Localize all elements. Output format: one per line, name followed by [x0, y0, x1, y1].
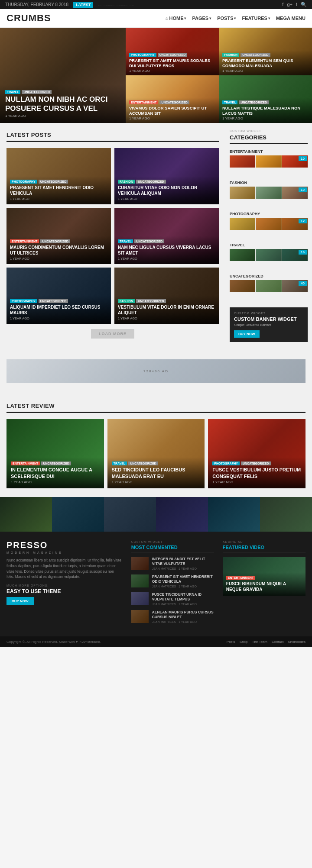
- footer-link-posts[interactable]: Posts: [227, 640, 235, 644]
- footer-tagline: MODERN MAGAZINE: [6, 551, 123, 554]
- tag-uncategorized[interactable]: UNCATEGORIZED: [240, 53, 270, 57]
- tag-entertainment[interactable]: ENTERTAINMENT: [11, 461, 40, 465]
- site-logo[interactable]: CRUMBS: [6, 13, 51, 24]
- tag-fashion[interactable]: FASHION: [118, 299, 135, 303]
- tag-entertainment[interactable]: ENTERTAINMENT: [10, 239, 39, 243]
- categories-title: CATEGORIES: [230, 134, 308, 144]
- tag-uncategorized[interactable]: UNCATEGORIZED: [39, 299, 68, 303]
- category-name-travel[interactable]: TRAVEL: [230, 243, 308, 247]
- tag-uncategorized[interactable]: UNCATEGORIZED: [41, 461, 71, 465]
- footer-buy-button[interactable]: BUY NOW: [6, 597, 34, 605]
- tag-uncategorized[interactable]: UNCATEGORIZED: [158, 53, 188, 57]
- tag-uncategorized[interactable]: UNCATEGORIZED: [136, 299, 166, 303]
- footer-link-contact[interactable]: Contact: [272, 640, 284, 644]
- categories-widget-label: CUSTOM WIDGET: [230, 129, 308, 132]
- facebook-icon[interactable]: f: [282, 2, 283, 7]
- post-card-2[interactable]: ENTERTAINMENT UNCATEGORIZED MAURIS CONDI…: [6, 208, 111, 264]
- cat-thumb-ent-2: [256, 155, 281, 168]
- tag-travel[interactable]: TRAVEL: [5, 90, 20, 94]
- twitter-icon[interactable]: t: [296, 2, 297, 7]
- tag-uncategorized[interactable]: UNCATEGORIZED: [136, 180, 166, 184]
- hero-main-time: 1 YEAR AGO: [5, 114, 120, 118]
- category-thumb-photography[interactable]: 12: [230, 218, 308, 239]
- footer-link-team[interactable]: The Team: [252, 640, 267, 644]
- tag-photography[interactable]: PHOTOGRAPHY: [10, 180, 37, 184]
- tag-fashion[interactable]: FASHION: [118, 180, 135, 184]
- tag-photography[interactable]: PHOTOGRAPHY: [212, 461, 240, 465]
- review-card-1[interactable]: TRAVEL UNCATEGORIZED SED TINCIDUNT LEO F…: [107, 419, 205, 488]
- review-card-0[interactable]: ENTERTAINMENT UNCATEGORIZED IN ELEMENTUM…: [6, 419, 104, 488]
- strip-thumb-2[interactable]: [104, 497, 156, 532]
- tag-uncategorized[interactable]: UNCATEGORIZED: [39, 180, 68, 184]
- banner-buy-now-button[interactable]: BUY NOW: [234, 330, 260, 338]
- tag-uncategorized[interactable]: UNCATEGORIZED: [241, 461, 271, 465]
- review-card-2[interactable]: PHOTOGRAPHY UNCATEGORIZED FUSCE VESTIBUL…: [208, 419, 306, 488]
- nav-mega-menu[interactable]: MEGA MENU: [276, 16, 306, 21]
- footer-links: Posts Shop The Team Contact Shortcodes: [227, 640, 306, 644]
- cat-thumb-photo-2: [256, 218, 281, 230]
- strip-thumb-1[interactable]: [52, 497, 104, 532]
- post-card-3[interactable]: TRAVEL UNCATEGORIZED NAM NEC LIGULA CURS…: [114, 208, 219, 264]
- tag-uncategorized[interactable]: UNCATEGORIZED: [40, 239, 70, 243]
- footer-post-0[interactable]: INTEGER BLANDIT EST VELIT VITAE VULPUTAT…: [131, 557, 214, 570]
- post-card-0[interactable]: PHOTOGRAPHY UNCATEGORIZED PRAESENT SIT A…: [6, 148, 111, 204]
- tag-uncategorized[interactable]: UNCATEGORIZED: [22, 90, 52, 94]
- tag-uncategorized[interactable]: UNCATEGORIZED: [239, 100, 269, 104]
- strip-thumb-5[interactable]: [260, 497, 312, 532]
- nav-features[interactable]: FEATURES ▾: [242, 16, 270, 21]
- tag-travel[interactable]: TRAVEL: [118, 239, 133, 243]
- category-thumb-fashion[interactable]: 10: [230, 187, 308, 207]
- hero-thumb-0[interactable]: PHOTOGRAPHY UNCATEGORIZED PRAESENT SIT A…: [126, 28, 219, 75]
- post-card-4[interactable]: PHOTOGRAPHY UNCATEGORIZED ALIQUAM ID IMP…: [6, 268, 111, 324]
- nav-posts[interactable]: POSTS ▾: [217, 16, 236, 21]
- featured-video-thumb[interactable]: ENTERTAINMENT FUSCE BIBENDUM NEQUE A NEQ…: [223, 557, 306, 596]
- search-icon[interactable]: 🔍: [301, 2, 307, 7]
- tag-travel[interactable]: TRAVEL: [222, 100, 237, 104]
- hero-thumb-2[interactable]: ENTERTAINMENT UNCATEGORIZED VIVAMUS DOLO…: [126, 75, 219, 123]
- tag-photography[interactable]: PHOTOGRAPHY: [10, 299, 37, 303]
- category-name-fashion[interactable]: FASHION: [230, 181, 308, 185]
- tag-fashion[interactable]: FASHION: [222, 53, 239, 57]
- footer-link-shortcodes[interactable]: Shortcodes: [288, 640, 306, 644]
- hero-thumb-3[interactable]: TRAVEL UNCATEGORIZED NULLAM TRISTIQUE MA…: [219, 75, 312, 123]
- latest-tag: LATEST: [73, 2, 93, 8]
- category-thumb-entertainment[interactable]: 10: [230, 155, 308, 176]
- tag-photography[interactable]: PHOTOGRAPHY: [129, 53, 156, 57]
- review-grid: ENTERTAINMENT UNCATEGORIZED IN ELEMENTUM…: [6, 419, 306, 488]
- googleplus-icon[interactable]: g+: [287, 2, 292, 7]
- post-card-1[interactable]: FASHION UNCATEGORIZED CURABITUR VITAE OD…: [114, 148, 219, 204]
- category-name-entertainment[interactable]: ENTERTAINMENT: [230, 149, 308, 154]
- footer-post-2[interactable]: FUSCE TINCIDUNT URNA ID VULPUTATE TEMPUS…: [131, 592, 214, 606]
- category-name-uncategorized[interactable]: UNCATEGORIZED: [230, 274, 308, 278]
- category-name-photography[interactable]: PHOTOGRAPHY: [230, 212, 308, 216]
- footer-post-3[interactable]: AENEAN MAURIS PURUS CURSUS CURSUS NIBLET…: [131, 610, 214, 623]
- footer-post-0-title: INTEGER BLANDIT EST VELIT VITAE VULPUTAT…: [152, 557, 214, 566]
- strip-thumb-0[interactable]: [0, 497, 52, 532]
- chevron-down-icon: ▾: [268, 16, 270, 20]
- category-thumb-travel[interactable]: 16: [230, 249, 308, 270]
- post-card-5[interactable]: FASHION UNCATEGORIZED VESTIBULUM VITAE D…: [114, 268, 219, 324]
- tag-travel[interactable]: TRAVEL: [112, 461, 127, 465]
- hero-thumb-0-title: PRAESENT SIT AMET MAURIS SODALES DUI VUL…: [129, 58, 215, 68]
- footer-link-shop[interactable]: Shop: [240, 640, 248, 644]
- load-more-button[interactable]: LOAD MORE: [91, 329, 134, 339]
- tag-entertainment[interactable]: ENTERTAINMENT: [129, 100, 158, 104]
- hero-thumb-2-time: 1 YEAR AGO: [129, 116, 215, 120]
- footer-post-3-meta: JEAN MATRICES 1 YEAR AGO: [152, 620, 214, 623]
- nav-pages[interactable]: PAGES ▾: [192, 16, 211, 21]
- hero-main-post[interactable]: TRAVEL UNCATEGORIZED NULLAM NON NIBH AC …: [0, 28, 126, 123]
- strip-thumb-4[interactable]: [208, 497, 260, 532]
- main-content: LATEST POSTS PHOTOGRAPHY UNCATEGORIZED P…: [0, 123, 225, 348]
- tag-uncategorized[interactable]: UNCATEGORIZED: [128, 461, 158, 465]
- review-1-time: 1 YEAR AGO: [112, 480, 201, 484]
- footer-post-1-meta: JEAN MATRICES 1 YEAR AGO: [152, 585, 214, 588]
- hero-thumb-1[interactable]: FASHION UNCATEGORIZED PRAESENT ELEMENTUM…: [219, 28, 312, 75]
- nav-home[interactable]: ⌂ HOME ▾: [166, 16, 186, 21]
- tag-entertainment[interactable]: ENTERTAINMENT: [226, 576, 255, 580]
- footer-post-1[interactable]: PRAESENT SIT AMET HENDRERIT ODIO VEHICUL…: [131, 574, 214, 588]
- footer-top: PRESSO MODERN MAGAZINE Nunc accumsan lib…: [0, 532, 312, 636]
- tag-uncategorized[interactable]: UNCATEGORIZED: [134, 239, 164, 243]
- category-thumb-uncategorized[interactable]: 40: [230, 280, 308, 301]
- strip-thumb-3[interactable]: [156, 497, 208, 532]
- tag-uncategorized[interactable]: UNCATEGORIZED: [159, 100, 189, 104]
